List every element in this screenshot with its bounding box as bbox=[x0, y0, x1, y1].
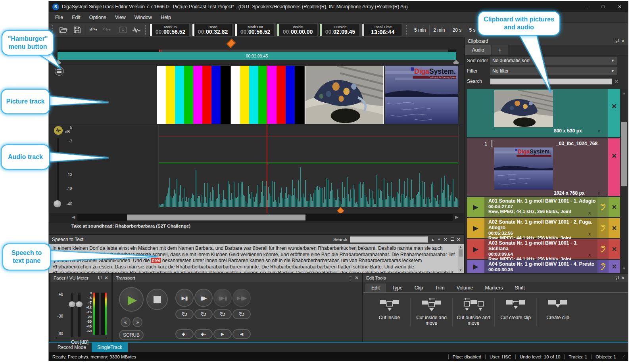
overview-duration-bar[interactable]: 00:02:09.45 bbox=[58, 52, 456, 60]
overview-timeline[interactable]: 00:02:09.45 bbox=[49, 37, 464, 64]
playhead-picture[interactable] bbox=[267, 65, 267, 125]
resize-grip-icon[interactable]: ⋰ bbox=[622, 354, 626, 359]
prelisten-button[interactable] bbox=[597, 197, 609, 217]
audio-clip-area[interactable] bbox=[158, 125, 459, 208]
mark-in-display[interactable]: Mark In 00:00:56.52 bbox=[150, 24, 189, 36]
scrollbar-track[interactable] bbox=[77, 214, 453, 221]
pin-icon[interactable] bbox=[615, 276, 618, 280]
add-marker-button[interactable]: ◆+ bbox=[175, 329, 194, 339]
delete-item-icon[interactable]: ✕ bbox=[609, 260, 620, 273]
tool-create-clip[interactable]: Create clip bbox=[537, 298, 579, 326]
search-prev-icon[interactable]: ▲ bbox=[431, 238, 434, 241]
play-clip-button[interactable]: ▶ bbox=[467, 260, 484, 273]
collapse-chevron-icon[interactable]: « bbox=[596, 130, 603, 133]
zoom-5min-button[interactable]: 5 min bbox=[411, 25, 430, 35]
search-clear-icon[interactable]: ✕ bbox=[444, 237, 448, 242]
toolbar-grip[interactable] bbox=[145, 25, 148, 35]
menu-file[interactable]: File bbox=[51, 15, 67, 20]
zoom-5s-button[interactable]: 5 s bbox=[465, 25, 479, 35]
tab-clip[interactable]: Clip bbox=[409, 284, 429, 292]
tab-markers[interactable]: Markers bbox=[479, 284, 509, 292]
collapse-chevron-icon[interactable]: « bbox=[587, 233, 593, 236]
zoom-2min-button[interactable]: 2 min bbox=[430, 25, 449, 35]
pin-icon[interactable] bbox=[348, 276, 352, 280]
clipboard-audio-item-4[interactable]: ▶ A04 Sonate Nr. 1 g-moll BWV 1001 - 4. … bbox=[467, 260, 620, 273]
close-panel-icon[interactable]: ✕ bbox=[104, 275, 108, 281]
loop-button-1[interactable]: ↻ bbox=[175, 309, 194, 319]
scroll-right-icon[interactable]: ▶ bbox=[455, 215, 458, 220]
fader-knob-right[interactable] bbox=[76, 301, 83, 307]
speech-search-input[interactable] bbox=[350, 236, 428, 243]
scroll-down-icon[interactable]: ▼ bbox=[620, 266, 628, 270]
tool-cut-inside[interactable]: Cut inside bbox=[369, 298, 411, 326]
menu-view[interactable]: View bbox=[111, 15, 130, 20]
picture-name[interactable]: _03_ibc_1024_768 bbox=[556, 141, 597, 146]
scrollbar-thumb[interactable] bbox=[621, 122, 627, 186]
scroll-up-icon[interactable]: ▲ bbox=[458, 245, 463, 249]
sort-order-select[interactable]: No automatic sort▼ bbox=[490, 57, 617, 65]
prelisten-button[interactable] bbox=[597, 239, 609, 259]
timeline-scrollbar[interactable]: ◀ ▶ bbox=[49, 213, 464, 223]
loop-button-2[interactable]: ↻ bbox=[194, 309, 213, 319]
scrollbar-thumb[interactable] bbox=[459, 249, 463, 257]
clipboard-tab-add[interactable]: + bbox=[492, 45, 508, 55]
head-display[interactable]: Head 00:00:32.82 bbox=[192, 24, 232, 36]
play-to-mark-button[interactable]: ▶▮ bbox=[175, 289, 194, 307]
pin-icon[interactable] bbox=[98, 276, 102, 280]
menu-help[interactable]: Help bbox=[156, 15, 175, 20]
tab-shift[interactable]: Shift bbox=[509, 284, 531, 292]
minimize-button[interactable]: ─ bbox=[578, 1, 595, 12]
prelisten-button[interactable] bbox=[597, 260, 609, 273]
collapse-chevron-icon[interactable]: « bbox=[587, 212, 593, 215]
close-panel-icon[interactable]: ✕ bbox=[457, 237, 461, 242]
scrub-button[interactable]: SCRUB bbox=[119, 330, 144, 340]
clipboard-picture-item-1[interactable]: 800 x 530 px « ✕ bbox=[467, 89, 620, 137]
menu-options[interactable]: Options bbox=[85, 15, 111, 20]
pin-icon[interactable] bbox=[450, 238, 454, 242]
picture-clip-digasystem[interactable]: DigaSystem. The Radio & TV Operating Sys… bbox=[385, 66, 458, 124]
tab-type[interactable]: Type bbox=[386, 284, 409, 292]
volume-envelope-line[interactable] bbox=[159, 163, 458, 163]
mark-out-display[interactable]: Mark Out 00:00:56.52 bbox=[234, 24, 274, 36]
toolbar-grip[interactable] bbox=[406, 25, 409, 35]
filter-select[interactable]: No filter▼ bbox=[490, 67, 617, 75]
clipboard-scrollbar[interactable]: ▲ ▼ bbox=[620, 89, 628, 273]
delete-item-icon[interactable]: ✕ bbox=[611, 102, 617, 137]
speech-text-area[interactable]: In einem kleinen Dorf da lebte einst ein… bbox=[49, 244, 464, 273]
play-around-button[interactable]: ▶▮▶ bbox=[232, 289, 251, 307]
close-button[interactable]: ✕ bbox=[611, 1, 628, 12]
stop-button[interactable] bbox=[146, 289, 168, 310]
clipboard-audio-item-2[interactable]: ▶ A02 Sonate Nr. 1 g-moll BWV 1001 - 2. … bbox=[467, 218, 620, 238]
prelisten-button[interactable] bbox=[597, 218, 609, 238]
collapse-chevron-icon[interactable]: « bbox=[587, 254, 593, 257]
zoom-20s-button[interactable]: 20 s bbox=[449, 25, 466, 35]
tab-trim[interactable]: Trim bbox=[429, 284, 451, 292]
open-file-button[interactable] bbox=[57, 24, 70, 36]
close-panel-icon[interactable]: ✕ bbox=[621, 275, 625, 281]
clipboard-tab-audio[interactable]: Audio bbox=[465, 45, 491, 55]
lizard-thumbnail[interactable] bbox=[494, 90, 553, 127]
pin-icon[interactable] bbox=[615, 39, 618, 43]
scroll-down-icon[interactable]: ▼ bbox=[458, 268, 463, 272]
clipboard-audio-item-3[interactable]: ▶ A03 Sonate Nr. 1 g-moll BWV 1001 - 3. … bbox=[467, 239, 620, 259]
scroll-up-icon[interactable]: ▲ bbox=[620, 91, 628, 95]
delete-item-icon[interactable]: ✕ bbox=[611, 152, 617, 196]
speech-scrollbar[interactable]: ▲ ▼ bbox=[458, 245, 463, 272]
play-selection-button[interactable]: ▮▶▮ bbox=[213, 289, 232, 307]
tool-cut-outside-move[interactable]: Cut outside and move bbox=[453, 298, 495, 326]
fader-rail-right[interactable] bbox=[78, 293, 81, 337]
digasystem-thumbnail[interactable]: DigaSystem. bbox=[494, 148, 553, 190]
play-clip-button[interactable]: ▶ bbox=[467, 197, 484, 217]
tab-edit[interactable]: Edit bbox=[365, 284, 386, 292]
loop-button-3[interactable]: ↻ bbox=[213, 309, 232, 319]
overview-soundhead-marker[interactable] bbox=[227, 39, 236, 48]
remove-marker-button[interactable]: ◆− bbox=[194, 329, 213, 339]
delete-item-icon[interactable]: ✕ bbox=[609, 218, 620, 238]
inside-display[interactable]: Inside 00:00:00.00 bbox=[277, 24, 317, 36]
track-gain-knob[interactable] bbox=[54, 200, 61, 207]
undo-button[interactable]: ↶▾ bbox=[86, 24, 100, 36]
menu-window[interactable]: Window bbox=[130, 15, 156, 20]
picture-clip-colorbars-2[interactable] bbox=[231, 66, 304, 124]
audio-track-icon[interactable] bbox=[54, 126, 63, 135]
close-panel-icon[interactable]: ✕ bbox=[355, 275, 359, 281]
